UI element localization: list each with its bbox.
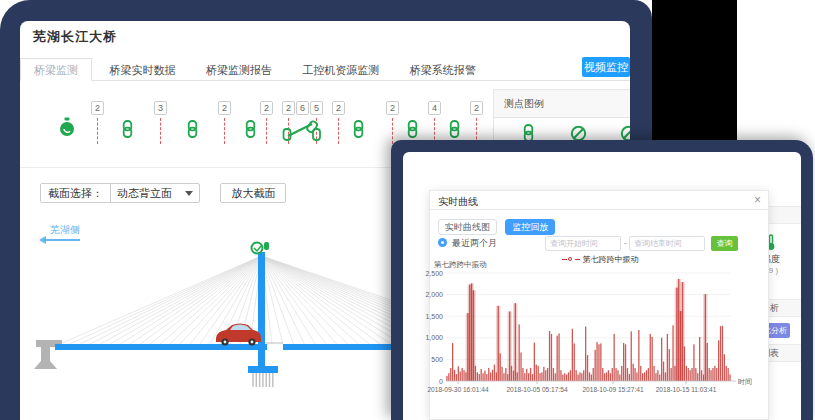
start-time-input[interactable] [545, 236, 621, 251]
tab-realtime-data[interactable]: 桥梁实时数据 [96, 59, 188, 82]
radio-label: 最近两个月 [452, 237, 497, 250]
chain-sensor-icon[interactable] [406, 120, 419, 138]
sensor-dashed-line [160, 118, 161, 144]
sensor-count-badge: 2 [91, 101, 104, 115]
sensor-count-badge: 3 [154, 101, 167, 115]
section-select-dropdown[interactable]: 动态背立面 [111, 184, 199, 202]
modal-page: 测点图例 温度 ( 9 ) 对比分析 对比分析 测点列表 [403, 152, 801, 420]
svg-text:1,500: 1,500 [425, 313, 443, 320]
svg-text:2018-10-05 05:17:54: 2018-10-05 05:17:54 [506, 386, 568, 393]
svg-text:2,500: 2,500 [425, 270, 443, 277]
svg-text:2018-09-30 16:01:44: 2018-09-30 16:01:44 [427, 386, 489, 393]
tab-system-alarm[interactable]: 桥梁系统报警 [397, 59, 489, 82]
tower-top-sensor-icon[interactable] [252, 242, 270, 254]
chain-sensor-icon[interactable] [448, 120, 461, 138]
bearing-sensor-icon[interactable] [282, 120, 322, 142]
svg-text:1,000: 1,000 [425, 334, 443, 341]
tab-bridge-monitor[interactable]: 桥梁监测 [20, 58, 92, 81]
tab-ipc-resource[interactable]: 工控机资源监测 [289, 59, 392, 82]
section-select-value: 动态背立面 [117, 184, 172, 202]
tab-monitor-report[interactable]: 桥梁监测报告 [193, 59, 285, 82]
sensor-count-badge: 2 [470, 101, 483, 115]
dialog-tab-buttons: 实时曲线图 监控回放 [438, 216, 555, 235]
bridge-deck-left [55, 344, 267, 350]
vibration-chart: 第七跨跨中振动05001,0001,5002,0002,5002018-09-3… [430, 265, 770, 420]
stopwatch-icon[interactable] [58, 117, 76, 139]
section-select-group: 截面选择： 动态背立面 [40, 183, 200, 203]
desktop: 芜湖长江大桥 桥梁监测 桥梁实时数据 桥梁监测报告 工控机资源监测 桥梁系统报警… [0, 0, 815, 420]
main-tabs: 桥梁监测 桥梁实时数据 桥梁监测报告 工控机资源监测 桥梁系统报警 [20, 58, 630, 81]
query-row: 最近两个月 - 查询 [438, 236, 762, 251]
chain-sensor-icon[interactable] [121, 120, 134, 138]
sensor-dashed-line [224, 118, 225, 144]
svg-text:0: 0 [439, 378, 443, 385]
tower-pier-cap [248, 366, 278, 373]
chain-sensor-icon[interactable] [352, 120, 365, 138]
end-time-input[interactable] [629, 236, 705, 251]
legend-marker-icon [562, 257, 580, 262]
sensor-count-badge: 2 [332, 101, 345, 115]
svg-text:500: 500 [431, 356, 443, 363]
section-select-label: 截面选择： [41, 184, 111, 202]
query-button[interactable]: 查询 [711, 236, 738, 251]
car [216, 324, 261, 346]
sensor-count-badge: 2 [260, 101, 273, 115]
modal-window-frame: 测点图例 温度 ( 9 ) 对比分析 对比分析 测点列表 [391, 140, 813, 420]
svg-text:2018-10-15 11:03:41: 2018-10-15 11:03:41 [656, 386, 717, 393]
chevron-down-icon [185, 191, 193, 196]
zoom-section-button[interactable]: 放大截面 [220, 183, 286, 203]
sensor-count-badge: 2 [282, 101, 295, 115]
sensor-count-badge: 2 [218, 101, 231, 115]
radio-last-two-months[interactable] [438, 238, 447, 247]
svg-text:时间: 时间 [738, 378, 752, 386]
sensor-count-badge: 5 [310, 101, 323, 115]
close-icon[interactable]: × [754, 193, 761, 207]
dialog-title: 实时曲线 [438, 195, 478, 209]
svg-text:第七跨跨中振动: 第七跨跨中振动 [434, 260, 487, 269]
sensor-count-badge: 6 [296, 101, 309, 115]
sensor-dashed-line [97, 118, 98, 144]
realtime-curve-tab-button[interactable]: 实时曲线图 [438, 219, 497, 235]
sensor-dashed-line [392, 118, 393, 144]
svg-text:2018-10-09 15:27:41: 2018-10-09 15:27:41 [582, 386, 644, 393]
sensor-dashed-line [338, 118, 339, 144]
dialog-header: 实时曲线 × [430, 191, 768, 210]
sensor-dashed-line [266, 118, 267, 144]
tower-pier-hatch [253, 373, 273, 387]
sensor-count-badge: 4 [428, 101, 441, 115]
chain-sensor-icon[interactable] [186, 120, 199, 138]
svg-text:2,000: 2,000 [425, 291, 443, 298]
range-separator: - [624, 238, 627, 248]
realtime-curve-dialog: 实时曲线 × 实时曲线图 监控回放 最近两个月 - 查询 第七跨跨中振动 [429, 190, 769, 420]
page-title: 芜湖长江大桥 [33, 28, 117, 46]
bridge-tower [258, 252, 265, 367]
sensor-count-badge: 2 [386, 101, 399, 115]
section-select-row: 截面选择： 动态背立面 放大截面 [40, 183, 286, 203]
chain-sensor-icon[interactable] [244, 120, 257, 138]
direction-label: 芜湖侧 [50, 223, 80, 237]
background-block [652, 0, 737, 141]
video-monitor-button[interactable]: 视频监控 [582, 57, 630, 77]
playback-tab-button[interactable]: 监控回放 [505, 219, 555, 235]
legend-panel-title: 测点图例 [494, 90, 630, 118]
